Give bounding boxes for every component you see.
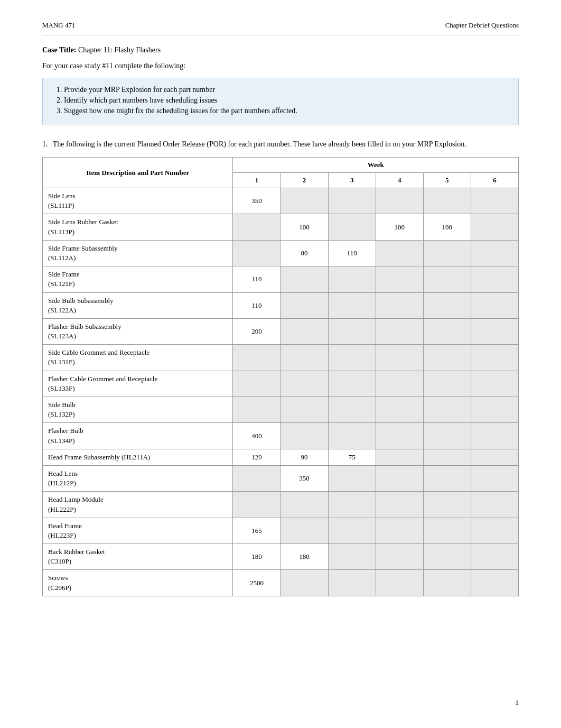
week-header: Week — [233, 158, 519, 173]
value-cell-w4 — [376, 492, 423, 518]
value-cell-w4: 100 — [376, 214, 423, 240]
value-cell-w5 — [423, 345, 471, 371]
table-row: Side Lens Rubber Gasket(SL113P)100100100 — [43, 214, 519, 240]
table-row: Side Frame Subassembly(SL112A)80110 — [43, 240, 519, 266]
table-row: Flasher Cable Grommet and Receptacle(SL1… — [43, 371, 519, 397]
question-1-body: The following is the current Planned Ord… — [53, 140, 466, 148]
table-row: Head Frame(HL223F)165 — [43, 518, 519, 543]
value-cell-w5 — [423, 423, 471, 449]
value-cell-w1 — [233, 492, 280, 518]
value-cell-w2 — [280, 397, 328, 423]
value-cell-w6 — [471, 266, 518, 292]
instructions-box: Provide your MRP Explosion for each part… — [42, 78, 519, 125]
value-cell-w3 — [328, 292, 376, 318]
item-cell: Head Frame(HL223F) — [43, 518, 233, 543]
table-row: Flasher Bulb Subassembly(SL123A)200 — [43, 318, 519, 344]
item-cell: Head Frame Subassembly (HL211A) — [43, 449, 233, 465]
value-cell-w1: 180 — [233, 544, 280, 570]
value-cell-w4 — [376, 544, 423, 570]
item-cell: Side Cable Grommet and Receptacle(SL131F… — [43, 345, 233, 371]
value-cell-w6 — [471, 240, 518, 266]
item-cell: Flasher Cable Grommet and Receptacle(SL1… — [43, 371, 233, 397]
value-cell-w2 — [280, 188, 328, 214]
value-cell-w2: 80 — [280, 240, 328, 266]
question-1-section: 1. The following is the current Planned … — [42, 140, 519, 596]
item-cell: Screws(C206P) — [43, 570, 233, 596]
value-cell-w3 — [328, 318, 376, 344]
value-cell-w4 — [376, 318, 423, 344]
value-cell-w6 — [471, 371, 518, 397]
value-cell-w4 — [376, 397, 423, 423]
value-cell-w2 — [280, 492, 328, 518]
item-cell: Side Frame(SL121F) — [43, 266, 233, 292]
value-cell-w4 — [376, 345, 423, 371]
value-cell-w5 — [423, 544, 471, 570]
value-cell-w4 — [376, 371, 423, 397]
value-cell-w4 — [376, 465, 423, 491]
value-cell-w1: 165 — [233, 518, 280, 543]
table-row: Head Frame Subassembly (HL211A)1209075 — [43, 449, 519, 465]
item-cell: Side Bulb(SL132P) — [43, 397, 233, 423]
value-cell-w3 — [328, 492, 376, 518]
instruction-item-3: Suggest how one might fix the scheduling… — [64, 107, 508, 115]
table-row: Side Lens(SL111P)350 — [43, 188, 519, 214]
value-cell-w3: 75 — [328, 449, 376, 465]
value-cell-w2 — [280, 292, 328, 318]
col-header-w6: 6 — [471, 173, 518, 188]
value-cell-w2 — [280, 371, 328, 397]
value-cell-w6 — [471, 518, 518, 543]
value-cell-w4 — [376, 266, 423, 292]
question-1-number: 1. — [42, 140, 48, 148]
value-cell-w1 — [233, 214, 280, 240]
value-cell-w4 — [376, 449, 423, 465]
page-number: 1 — [516, 698, 519, 707]
table-row: Head Lamp Module(HL222P) — [43, 492, 519, 518]
item-cell: Side Lens Rubber Gasket(SL113P) — [43, 214, 233, 240]
value-cell-w6 — [471, 570, 518, 596]
table-row: Screws(C206P)2500 — [43, 570, 519, 596]
value-cell-w5 — [423, 318, 471, 344]
item-cell: Head Lamp Module(HL222P) — [43, 492, 233, 518]
value-cell-w2 — [280, 423, 328, 449]
item-cell: Head Lens(HL212P) — [43, 465, 233, 491]
value-cell-w3 — [328, 518, 376, 543]
value-cell-w6 — [471, 423, 518, 449]
value-cell-w2 — [280, 266, 328, 292]
value-cell-w4 — [376, 240, 423, 266]
value-cell-w4 — [376, 188, 423, 214]
item-cell: Side Bulb Subassembly(SL122A) — [43, 292, 233, 318]
value-cell-w1: 110 — [233, 292, 280, 318]
item-cell: Flasher Bulb(SL134P) — [43, 423, 233, 449]
value-cell-w6 — [471, 465, 518, 491]
value-cell-w4 — [376, 423, 423, 449]
col-header-w3: 3 — [328, 173, 376, 188]
value-cell-w1 — [233, 345, 280, 371]
col-header-w5: 5 — [423, 173, 471, 188]
value-cell-w6 — [471, 318, 518, 344]
value-cell-w1: 350 — [233, 188, 280, 214]
case-title-value: Chapter 11: Flashy Flashers — [78, 46, 161, 54]
item-cell: Back Rubber Gasket(C310P) — [43, 544, 233, 570]
value-cell-w3 — [328, 570, 376, 596]
value-cell-w1: 2500 — [233, 570, 280, 596]
value-cell-w1: 120 — [233, 449, 280, 465]
value-cell-w5 — [423, 492, 471, 518]
instruction-item-2: Identify which part numbers have schedul… — [64, 96, 508, 105]
value-cell-w2: 90 — [280, 449, 328, 465]
value-cell-w5 — [423, 266, 471, 292]
value-cell-w6 — [471, 292, 518, 318]
value-cell-w2: 100 — [280, 214, 328, 240]
value-cell-w2: 180 — [280, 544, 328, 570]
page-header: MANG 471 Chapter Debrief Questions — [42, 21, 519, 35]
header-title: Chapter Debrief Questions — [445, 21, 519, 30]
value-cell-w6 — [471, 544, 518, 570]
instructions-list: Provide your MRP Explosion for each part… — [53, 86, 508, 115]
intro-text: For your case study #11 complete the fol… — [42, 62, 519, 70]
value-cell-w5 — [423, 518, 471, 543]
col-header-w2: 2 — [280, 173, 328, 188]
item-cell: Side Lens(SL111P) — [43, 188, 233, 214]
case-title-label: Case Title: — [42, 46, 76, 54]
value-cell-w2 — [280, 518, 328, 543]
table-row: Side Bulb Subassembly(SL122A)110 — [43, 292, 519, 318]
value-cell-w5 — [423, 465, 471, 491]
